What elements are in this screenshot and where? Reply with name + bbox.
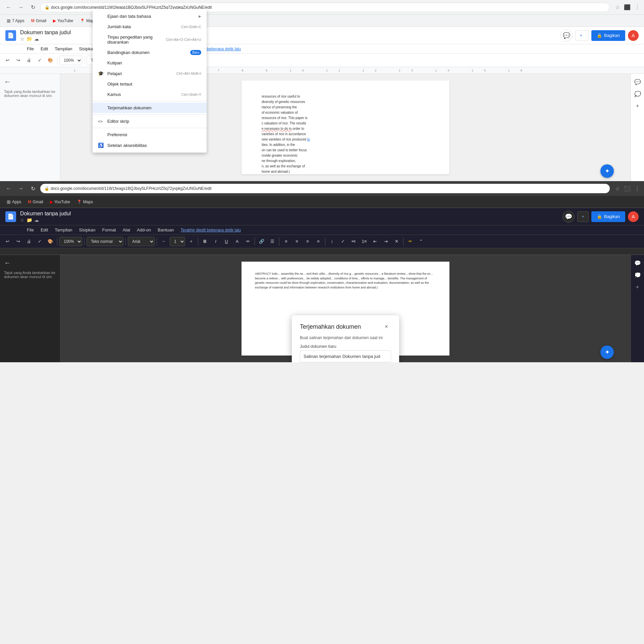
bottom-insert-button[interactable]: ☰ xyxy=(268,237,277,246)
floating-assist-button[interactable]: ✦ xyxy=(600,164,614,178)
move-icon[interactable]: 📁 xyxy=(26,36,32,42)
link-text[interactable]: to xyxy=(307,138,310,141)
star-icon[interactable]: ☆ xyxy=(20,36,24,42)
bottom-suggest-edit[interactable]: ✏ xyxy=(406,237,415,246)
bottom-right-chat-button[interactable]: 💭 xyxy=(632,270,643,280)
dd-pelajari[interactable]: 🎓 Pelajari Ctrl+Alt+Shift+I xyxy=(93,68,207,79)
dd-kamus[interactable]: Kamus Ctrl+Shift+Y xyxy=(93,89,207,100)
spellcheck-button[interactable]: ✓ xyxy=(35,56,44,65)
bottom-star-icon[interactable]: ☆ xyxy=(20,217,24,223)
menu-edit[interactable]: Edit xyxy=(38,45,51,53)
bottom-zoom-select[interactable]: 100% xyxy=(59,237,82,246)
bottom-menu-tampilan[interactable]: Tampilan xyxy=(52,226,75,234)
bottom-document-title[interactable]: Dokumen tanpa judul xyxy=(20,211,558,217)
share-button[interactable]: 🔒 Bagikan xyxy=(591,30,625,41)
back-button[interactable]: ← xyxy=(4,3,13,12)
dd-bandingkan[interactable]: Bandingkan dokumen Baru xyxy=(93,47,207,58)
bottom-line-spacing[interactable]: ↕ xyxy=(327,237,337,246)
dd-kutipan[interactable]: Kutipan xyxy=(93,58,207,68)
undo-button[interactable]: ↩ xyxy=(3,56,12,65)
gmail-bookmark[interactable]: M Gmail xyxy=(29,17,49,24)
bottom-font-size-decrease[interactable]: − xyxy=(159,237,168,246)
bottom-redo-button[interactable]: ↪ xyxy=(13,237,23,246)
bottom-youtube-bookmark[interactable]: ▶ YouTube xyxy=(47,198,73,206)
bottom-align-right[interactable]: ≡ xyxy=(303,237,312,246)
menu-tampilan[interactable]: Tampilan xyxy=(52,45,75,53)
bookmark-star-icon[interactable]: ☆ xyxy=(615,4,620,10)
redo-button[interactable]: ↪ xyxy=(13,56,23,65)
bottom-paint-button[interactable]: 🎨 xyxy=(46,237,55,246)
bottom-font-size-increase[interactable]: + xyxy=(186,237,196,246)
bottom-right-add-button[interactable]: + xyxy=(632,282,643,292)
bottom-right-comments-button[interactable]: 💬 xyxy=(632,258,643,268)
bottom-docs-logo[interactable]: 📄 xyxy=(5,211,16,222)
bottom-print-button[interactable]: 🖨 xyxy=(24,237,34,246)
bottom-address-bar[interactable]: 🔒 docs.google.com/document/d/11W1fwags1B… xyxy=(40,184,610,193)
bottom-align-justify[interactable]: ≡ xyxy=(314,237,323,246)
refresh-button[interactable]: ↻ xyxy=(28,3,38,12)
bottom-menu-format[interactable]: Format xyxy=(100,226,119,234)
right-comments-button[interactable]: 💬 xyxy=(632,76,643,87)
bottom-undo-button[interactable]: ↩ xyxy=(3,237,12,246)
bottom-menu-file[interactable]: File xyxy=(24,226,37,234)
bottom-link-button[interactable]: 🔗 xyxy=(257,237,266,246)
bottom-sidebar-back-button[interactable]: ← xyxy=(4,259,56,267)
bottom-font-size-select[interactable]: 11 xyxy=(170,237,185,246)
bottom-decrease-indent[interactable]: ⇤ xyxy=(370,237,380,246)
docs-logo[interactable]: 📄 xyxy=(5,30,16,41)
menu-file[interactable]: File xyxy=(24,45,37,53)
dd-ejaan[interactable]: Ejaan dan tata bahasa ▶ xyxy=(93,11,207,21)
bottom-align-center[interactable]: ≡ xyxy=(292,237,302,246)
dd-objek-tertaut[interactable]: Objek tertaut xyxy=(93,79,207,89)
apps-button[interactable]: ⊞ 7 Apps xyxy=(4,17,27,25)
bottom-cloud-icon[interactable]: ☁ xyxy=(34,217,39,223)
bottom-gmail-bookmark[interactable]: M Gmail xyxy=(25,198,46,206)
bottom-clear-format[interactable]: ✕ xyxy=(392,237,401,246)
bottom-maps-bookmark[interactable]: 📍 Maps xyxy=(74,198,96,206)
bottom-apps-button[interactable]: ⊞ Apps xyxy=(4,198,24,206)
bottom-expand-button[interactable]: ⌃ xyxy=(416,237,426,246)
bottom-bold-button[interactable]: B xyxy=(200,237,210,246)
comment-button[interactable]: 💬 xyxy=(560,30,573,42)
youtube-bookmark[interactable]: ▶ YouTube xyxy=(50,17,76,24)
bottom-italic-button[interactable]: I xyxy=(211,237,220,246)
bottom-doc-main[interactable]: ABSTRACT Indo... assembly the ne... and … xyxy=(60,255,631,362)
bottom-last-edit-link[interactable]: Terakhir diedit beberapa detik lalu xyxy=(180,228,240,232)
user-avatar[interactable]: A xyxy=(628,30,639,41)
bottom-chrome-menu-icon[interactable]: ⋮ xyxy=(635,185,640,192)
bottom-move-icon[interactable]: 📁 xyxy=(26,217,32,223)
bottom-menu-alat[interactable]: Alat xyxy=(120,226,133,234)
bottom-bookmark-star-icon[interactable]: ☆ xyxy=(615,185,620,192)
zoom-select[interactable]: 100% xyxy=(59,56,82,65)
bottom-bullet-list[interactable]: •≡ xyxy=(349,237,358,246)
dd-aksesibilitas[interactable]: ♿ Setelan aksesibilitas xyxy=(93,140,207,151)
bottom-underline-button[interactable]: U xyxy=(222,237,231,246)
dd-jumlah-kata[interactable]: Jumlah kata Ctrl+Shift+C xyxy=(93,21,207,32)
extensions-icon[interactable]: ⬛ xyxy=(624,4,631,10)
bottom-align-left[interactable]: ≡ xyxy=(281,237,291,246)
bottom-menu-edit[interactable]: Edit xyxy=(38,226,51,234)
print-button[interactable]: 🖨 xyxy=(24,56,34,65)
bottom-extensions-icon[interactable]: ⬛ xyxy=(624,185,631,192)
bottom-menu-addon[interactable]: Add-on xyxy=(134,226,154,234)
cloud-icon[interactable]: ☁ xyxy=(34,36,39,42)
bottom-back-button[interactable]: ← xyxy=(4,184,13,193)
forward-button[interactable]: → xyxy=(16,3,25,12)
bottom-increase-indent[interactable]: ⇥ xyxy=(381,237,390,246)
bottom-text-color-button[interactable]: A xyxy=(232,237,242,246)
bottom-numbered-list[interactable]: 1≡ xyxy=(360,237,369,246)
new-doc-button[interactable]: + xyxy=(575,30,589,41)
right-chat-button[interactable]: 💭 xyxy=(632,89,643,99)
dialog-close-button[interactable]: × xyxy=(382,322,391,331)
bottom-refresh-button[interactable]: ↻ xyxy=(28,184,38,193)
dialog-new-title-input[interactable] xyxy=(300,350,391,362)
sidebar-back-button[interactable]: ← xyxy=(4,78,56,86)
bottom-share-button[interactable]: 🔒 Bagikan xyxy=(591,211,625,222)
dd-preferensi[interactable]: Preferensi xyxy=(93,129,207,140)
bottom-spellcheck-button[interactable]: ✓ xyxy=(35,237,44,246)
bottom-checklist[interactable]: ✓ xyxy=(338,237,347,246)
bottom-forward-button[interactable]: → xyxy=(16,184,25,193)
bottom-user-avatar[interactable]: A xyxy=(628,211,639,222)
bottom-new-doc-button[interactable]: + xyxy=(577,211,589,222)
bottom-menu-bantuan[interactable]: Bantuan xyxy=(155,226,176,234)
